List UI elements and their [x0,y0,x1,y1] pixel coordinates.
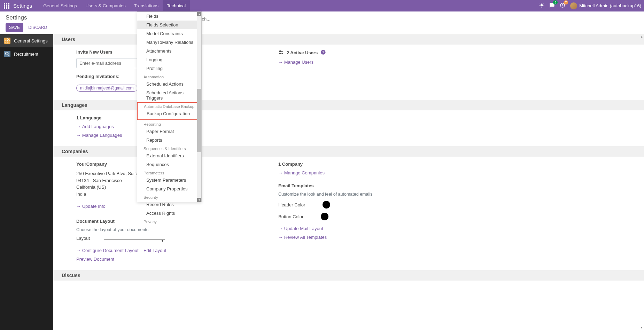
email-templates-label: Email Templates [278,183,411,188]
bug-icon[interactable] [539,2,544,9]
help-icon[interactable]: ? [320,49,326,56]
nav-right: 5 7 Mitchell Admin (autobackup16) [539,2,641,9]
dropdown-item[interactable]: ManyToMany Relations [137,38,201,47]
nav-translations[interactable]: Translations [130,0,163,11]
scrollbar-thumb[interactable] [197,89,201,152]
svg-text:?: ? [323,50,324,54]
pending-email-chip[interactable]: midlajbinmajeed@gmail.com [76,85,138,92]
dropdown-header: Reporting [137,120,201,127]
review-templates-link[interactable]: Review All Templates [278,235,327,240]
dropdown-item[interactable]: Record Rules [137,200,201,209]
dropdown-item[interactable]: Fields [137,12,201,21]
section-discuss-header: Discuss [53,270,644,281]
dropdown-item[interactable]: Scheduled Actions Triggers [137,88,201,102]
discard-button[interactable]: DISCARD [25,23,51,32]
dropdown-item[interactable]: Sequences [137,160,201,169]
caret-down-icon: ▾ [162,239,163,243]
nav-users-companies[interactable]: Users & Companies [81,0,130,11]
sidebar-item-label: Recruitment [14,52,38,57]
email-templates-sub: Customize the look and feel of automated… [278,192,411,197]
gear-icon [4,38,10,44]
manage-languages-link[interactable]: Manage Languages [76,133,122,138]
company-count: 1 Company [278,162,411,167]
app-title[interactable]: Settings [13,3,32,9]
sidebar-item-general-settings[interactable]: General Settings [0,34,53,47]
dropdown-item[interactable]: Paper Format [137,127,201,136]
dropdown-item[interactable]: Fields Selection [137,21,201,29]
dropdown-item[interactable]: Profiling [137,64,201,73]
dropdown-header: Automation [137,73,201,80]
sub-header: Settings SAVE DISCARD [0,11,644,34]
manage-users-link[interactable]: Manage Users [278,60,313,65]
dropdown-header: Security [137,193,201,200]
nav-general-settings[interactable]: General Settings [39,0,81,11]
magnify-icon [4,51,10,57]
svg-point-5 [279,50,281,52]
dropdown-item[interactable]: External Identifiers [137,151,201,160]
search-bar[interactable] [192,15,452,23]
sidebar: General Settings Recruitment [0,34,53,330]
page-scroll-up-icon[interactable]: ▴ [639,34,644,39]
activities-icon[interactable]: 7 [560,2,565,9]
dropdown-item[interactable]: Scheduled Actions [137,80,201,88]
dropdown-item[interactable]: Access Rights [137,209,201,218]
page-scroll-down-icon[interactable]: ▾ [639,325,644,330]
users-icon [278,49,284,56]
scrollbar-track[interactable] [197,16,201,198]
preview-document-link[interactable]: Preview Document [76,257,114,262]
top-nav: Settings General Settings Users & Compan… [0,0,644,11]
layout-label: Layout [76,236,90,241]
nav-technical[interactable]: Technical [163,0,190,11]
dropdown-header: Automatic Database Backup [138,104,201,109]
svg-point-6 [281,51,283,52]
edit-layout-link[interactable]: Edit Layout [143,248,166,253]
technical-dropdown: ▴ FieldsFields SelectionModel Constraint… [137,11,202,202]
dropdown-item[interactable]: Company Properties [137,184,201,193]
highlighted-section: Automatic Database BackupBackup Configur… [137,102,201,120]
user-menu[interactable]: Mitchell Admin (autobackup16) [570,2,641,9]
save-button[interactable]: SAVE [6,23,23,32]
dropdown-item[interactable]: Attachments [137,47,201,55]
scroll-up-icon[interactable]: ▴ [197,12,201,16]
configure-layout-link[interactable]: Configure Document Layout [76,248,139,253]
dropdown-item[interactable]: System Parameters [137,176,201,184]
scroll-down-icon[interactable]: ▾ [197,198,201,202]
apps-icon[interactable] [3,2,10,10]
dropdown-item[interactable]: Reports [137,136,201,144]
dropdown-item[interactable]: Logging [137,55,201,64]
button-color-label: Button Color [278,214,303,219]
update-info-link[interactable]: Update Info [76,204,106,209]
messages-icon[interactable]: 5 [549,2,555,9]
header-color-label: Header Color [278,202,305,207]
user-name: Mitchell Admin (autobackup16) [579,3,641,8]
sidebar-item-label: General Settings [14,38,48,44]
update-mail-layout-link[interactable]: Update Mail Layout [278,226,323,231]
sidebar-item-recruitment[interactable]: Recruitment [0,47,53,61]
messages-badge: 5 [553,0,558,5]
active-users-label: 2 Active Users [287,50,318,55]
page-scrollbar[interactable]: ▴ ▾ [639,34,644,330]
search-input[interactable] [192,16,452,22]
svg-point-0 [541,4,543,7]
activities-badge: 7 [564,0,568,5]
svg-point-4 [6,52,8,55]
nav-menu: General Settings Users & Companies Trans… [39,0,190,11]
dropdown-header: Parameters [137,169,201,176]
button-color-swatch[interactable] [321,213,328,220]
document-layout-sub: Choose the layout of your documents [76,227,209,232]
dropdown-item[interactable]: Model Constraints [137,29,201,38]
dropdown-item[interactable]: Backup Configuration [138,109,201,118]
dropdown-header: Privacy [137,218,201,225]
manage-companies-link[interactable]: Manage Companies [278,170,325,175]
svg-point-3 [7,40,8,41]
layout-select[interactable]: ▾ [104,237,165,240]
dropdown-header: Sequences & Identifiers [137,144,201,151]
add-languages-link[interactable]: Add Languages [76,124,114,129]
header-color-swatch[interactable] [323,201,330,209]
avatar [570,2,577,9]
